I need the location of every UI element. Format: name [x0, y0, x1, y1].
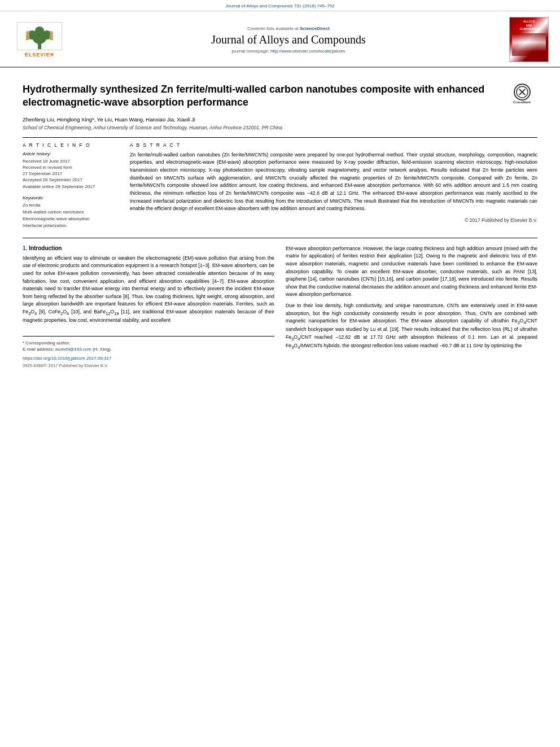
intro-col-left: 1. Introduction Identifying an efficient…: [23, 245, 274, 368]
article-info-header: A R T I C L E I N F O: [23, 142, 119, 148]
main-content: Hydrothermally synthesized Zn ferrite/mu…: [0, 68, 560, 377]
keywords-section: Keywords: Zn ferrite Multi-walled carbon…: [23, 195, 119, 229]
elsevier-logo-image: [17, 22, 62, 50]
article-title: Hydrothermally synthesized Zn ferrite/mu…: [23, 83, 537, 110]
intro-body-col2-p2: Due to their low density, high conductiv…: [286, 302, 537, 351]
affiliation-line: School of Chemical Engineering, Anhui Un…: [23, 125, 537, 130]
abstract-col: A B S T R A C T Zn ferrite/multi-walled …: [130, 142, 537, 229]
svg-rect-6: [26, 34, 29, 40]
keyword-4: Interfacial polarization: [23, 222, 119, 229]
section-divider: [23, 238, 537, 238]
title-divider: [23, 137, 537, 138]
crossmark-badge: CrossMark: [506, 83, 537, 106]
svg-point-4: [35, 27, 44, 34]
article-history-label: Article history:: [23, 151, 119, 156]
article-info-col: A R T I C L E I N F O Article history: R…: [23, 142, 119, 229]
keyword-3: Electromagnetic-wave absorption: [23, 216, 119, 222]
journal-title-main: Journal of Alloys and Compounds: [79, 33, 498, 46]
svg-point-5: [26, 31, 29, 34]
intro-body-col2-p1: EM-wave absorption performance. However,…: [286, 245, 537, 299]
available-date: Available online 29 September 2017: [23, 184, 119, 190]
section-number: 1.: [23, 245, 27, 251]
page-wrapper: Journal of Alloys and Compounds 731 (201…: [0, 0, 560, 747]
intro-col-right: EM-wave absorption performance. However,…: [286, 245, 537, 368]
homepage-url[interactable]: http://www.elsevier.com/locate/jalcom: [270, 49, 345, 54]
copyright-line: © 2017 Published by Elsevier B.V.: [130, 217, 537, 223]
issn-line: 0925-8388/© 2017 Published by Elsevier B…: [23, 363, 274, 368]
journal-header: ELSEVIER Contents lists available at Sci…: [0, 11, 560, 68]
authors-line: Zhenfeng Liu, Honglong Xing*, Ye Liu, Hu…: [23, 116, 537, 123]
received-revised-date: 27 September 2017: [23, 171, 119, 177]
footnote-area: * Corresponding author. E-mail address: …: [23, 336, 274, 368]
section-title: 1. Introduction: [23, 245, 274, 251]
keyword-2: Multi-walled carbon nanotubes: [23, 209, 119, 216]
elsevier-logo: ELSEVIER: [11, 22, 68, 58]
introduction-section: 1. Introduction Identifying an efficient…: [23, 245, 537, 368]
doi-link[interactable]: https://doi.org/10.1016/j.jallcom.2017.0…: [23, 356, 111, 361]
crossmark-label: CrossMark: [513, 101, 531, 105]
journal-cover-image: ALLOYSANDCOMPOUNDS: [509, 17, 549, 62]
intro-body-col1: Identifying an efficient way to eliminat…: [23, 255, 274, 325]
keywords-label: Keywords:: [23, 195, 119, 200]
abstract-header: A B S T R A C T: [130, 142, 537, 148]
accepted-date: Accepted 28 September 2017: [23, 177, 119, 183]
sciencedirect-link[interactable]: ScienceDirect: [300, 26, 330, 31]
received-revised-label: Received in revised form: [23, 164, 119, 171]
crossmark-icon: [514, 84, 531, 101]
homepage-line: journal homepage: http://www.elsevier.co…: [79, 49, 498, 54]
section-title-text: Introduction: [29, 245, 62, 251]
sciencedirect-line: Contents lists available at ScienceDirec…: [79, 26, 498, 31]
footnote-corresponding: * Corresponding author.: [23, 340, 274, 346]
abstract-text: Zn ferrite/multi-walled carbon nanotubes…: [130, 151, 537, 213]
keyword-1: Zn ferrite: [23, 202, 119, 209]
email-link[interactable]: austxhl@163.com: [55, 347, 91, 352]
journal-header-center: Contents lists available at ScienceDirec…: [68, 26, 509, 54]
svg-rect-8: [50, 34, 53, 40]
footnote-email: E-mail address: austxhl@163.com (H. Xing…: [23, 346, 274, 352]
journal-citation-bar: Journal of Alloys and Compounds 731 (201…: [0, 0, 560, 11]
received-date: Received 18 June 2017: [23, 158, 119, 164]
svg-point-7: [50, 31, 53, 34]
elsevier-brand-label: ELSEVIER: [25, 52, 55, 58]
journal-citation-text: Journal of Alloys and Compounds 731 (201…: [225, 3, 334, 8]
article-info-abstract-row: A R T I C L E I N F O Article history: R…: [23, 142, 537, 229]
